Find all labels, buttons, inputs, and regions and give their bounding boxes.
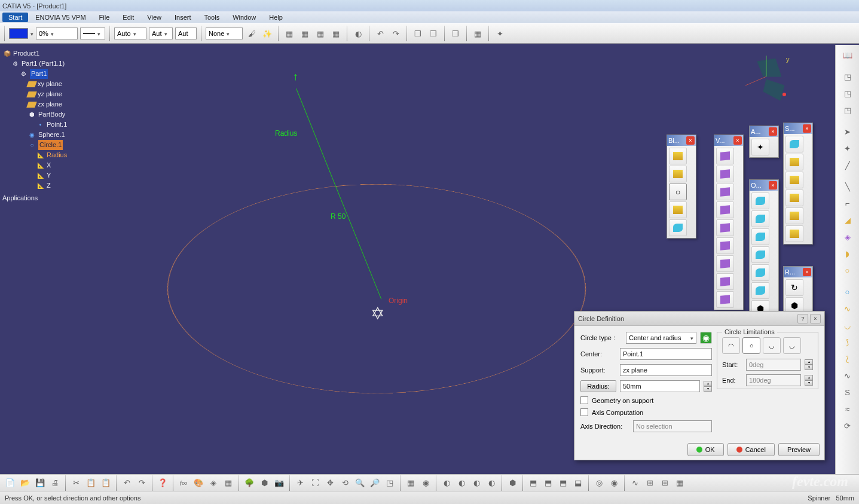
m3-icon[interactable]: ⬒	[542, 476, 555, 490]
stack2-icon[interactable]: ▦	[298, 27, 311, 40]
radius-button[interactable]: Radius:	[580, 380, 616, 392]
sphere-icon[interactable]: ○	[840, 262, 855, 278]
menu-help[interactable]: Help	[263, 13, 289, 22]
tree-radius[interactable]: 📐Radius	[36, 150, 67, 160]
line-tool-icon[interactable]: ╱	[840, 157, 855, 173]
cyl-icon[interactable]: ◗	[840, 246, 855, 261]
proj3-icon[interactable]: ◳	[840, 102, 855, 118]
arrow-cursor-icon[interactable]: ➤	[840, 124, 855, 139]
rotate-icon[interactable]: ⟲	[338, 476, 351, 490]
circle-tool-icon[interactable]: ○	[840, 284, 855, 300]
menu-window[interactable]: Window	[227, 13, 262, 22]
corner-icon[interactable]: ⌐	[840, 196, 855, 211]
proj2-icon[interactable]: ◳	[840, 85, 855, 101]
undo2-icon[interactable]: ↶	[120, 476, 133, 490]
compass[interactable]: y	[733, 50, 793, 109]
curve3-icon[interactable]: ∿	[840, 368, 855, 383]
tool-x-icon[interactable]: ✦	[493, 27, 506, 40]
book-icon[interactable]: 📖	[840, 47, 855, 63]
o-ico5[interactable]	[751, 264, 769, 281]
tree-applications[interactable]: Applications	[2, 193, 67, 203]
normal-icon[interactable]: ◳	[383, 476, 396, 490]
cube1-icon[interactable]: ❒	[411, 27, 424, 40]
paste-icon[interactable]: 📋	[99, 476, 112, 490]
v-ico3[interactable]	[716, 184, 734, 200]
r-ico1[interactable]: ↻	[785, 279, 803, 296]
redo2-icon[interactable]: ↷	[135, 476, 148, 490]
conic-icon[interactable]: ◡	[840, 317, 855, 333]
s-ico6[interactable]	[785, 225, 803, 242]
cam-icon[interactable]: 📷	[273, 476, 286, 490]
v-ico8[interactable]	[716, 273, 734, 290]
m4-icon[interactable]: ⬒	[557, 476, 570, 490]
v3-icon[interactable]: ◐	[470, 476, 483, 490]
toolbar-a[interactable]: A...× ✦	[749, 126, 779, 158]
copy-icon[interactable]: 📋	[84, 476, 97, 490]
cube-tool-icon[interactable]: ◈	[840, 229, 855, 245]
tree-point1[interactable]: •Point.1	[36, 120, 67, 130]
close-icon[interactable]: ×	[686, 136, 695, 145]
menu-file[interactable]: File	[93, 13, 116, 22]
tree-yz-plane[interactable]: yz plane	[27, 89, 67, 99]
v-ico7[interactable]	[716, 255, 734, 272]
redo-icon[interactable]: ↷	[389, 27, 402, 40]
m7-icon[interactable]: ◉	[607, 476, 620, 490]
s-ico2[interactable]	[785, 154, 803, 170]
close-icon[interactable]: ×	[733, 136, 742, 145]
undo-icon[interactable]: ↶	[374, 27, 387, 40]
open-icon[interactable]: 📂	[19, 476, 32, 490]
menu-tools[interactable]: Tools	[198, 13, 225, 22]
proj1-icon[interactable]: ◳	[840, 69, 855, 84]
dialog-titlebar[interactable]: Circle Definition ? ×	[574, 311, 824, 326]
s-ico4[interactable]	[785, 190, 803, 206]
bi-ico5[interactable]	[669, 219, 687, 236]
color-dropdown[interactable]	[30, 30, 33, 37]
s-ico5[interactable]	[785, 207, 803, 224]
tree-icon[interactable]: 🌳	[243, 476, 256, 490]
cut-icon[interactable]: ✂	[69, 476, 82, 490]
o-ico2[interactable]	[751, 210, 769, 227]
v-ico6[interactable]	[716, 237, 734, 254]
tree-sphere1[interactable]: ◉Sphere.1	[27, 130, 67, 140]
center-input[interactable]: Point.1	[620, 348, 712, 360]
tree-root[interactable]: 📦Product1	[2, 48, 67, 59]
v-ico9[interactable]	[716, 291, 734, 308]
cube3-icon[interactable]: ❒	[449, 27, 462, 40]
stack1-icon[interactable]: ▦	[283, 27, 296, 40]
helix-icon[interactable]: ⟳	[840, 418, 855, 433]
save-icon[interactable]: 💾	[33, 476, 47, 490]
stack3-icon[interactable]: ▦	[314, 27, 327, 40]
tree-xy-plane[interactable]: xy plane	[27, 79, 67, 89]
axis-computation-checkbox[interactable]	[580, 408, 588, 416]
surface-icon[interactable]: ◢	[840, 212, 855, 228]
brush-icon[interactable]: 🖌	[245, 27, 258, 40]
close-icon[interactable]: ×	[810, 314, 821, 323]
preview-button[interactable]: Preview	[778, 443, 820, 456]
grid2-icon[interactable]: ▦	[673, 476, 686, 490]
close-icon[interactable]: ×	[769, 127, 777, 136]
fit-icon[interactable]: ⛶	[308, 476, 322, 490]
v-ico4[interactable]	[716, 201, 734, 218]
s-curve-icon[interactable]: S	[840, 384, 855, 400]
snap-icon[interactable]: ✦	[840, 140, 855, 156]
cancel-button[interactable]: Cancel	[727, 443, 775, 456]
m6-icon[interactable]: ◎	[592, 476, 606, 490]
m2-icon[interactable]: ⬒	[527, 476, 540, 490]
tree-part1[interactable]: ⚙Part1	[19, 69, 67, 79]
color-swatch[interactable]	[9, 28, 28, 39]
fx-icon[interactable]: f∞	[177, 476, 190, 490]
cube-icon[interactable]: ◈	[207, 476, 220, 490]
limit-trim1-icon[interactable]: ◡	[763, 337, 781, 354]
v-ico2[interactable]	[716, 166, 734, 182]
v1-icon[interactable]: ◐	[440, 476, 453, 490]
help-icon[interactable]: ?	[797, 314, 808, 323]
menu-edit[interactable]: Edit	[117, 13, 140, 22]
zoom-out-icon[interactable]: 🔎	[368, 476, 381, 490]
close-icon[interactable]: ×	[803, 124, 811, 133]
opacity-dropdown[interactable]: 0%	[36, 28, 78, 39]
tree-y[interactable]: 📐Y	[36, 170, 67, 181]
curve-icon[interactable]: ⟆	[840, 334, 855, 350]
limit-trim2-icon[interactable]: ◡	[783, 337, 801, 354]
tree-circle1[interactable]: ○Circle.1	[27, 140, 67, 150]
spline-icon[interactable]: ∿	[840, 301, 855, 316]
